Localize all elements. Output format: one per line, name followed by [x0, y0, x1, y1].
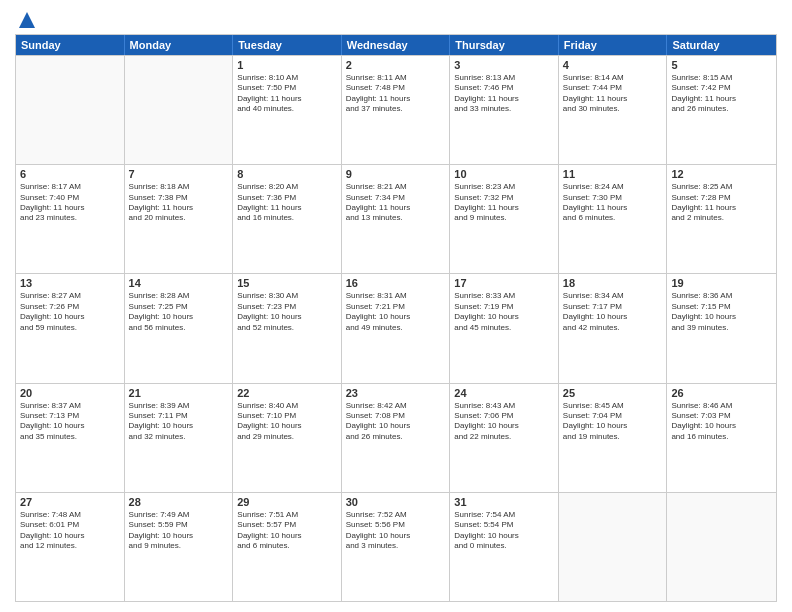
- empty-cell: [667, 493, 776, 601]
- day-info: Sunrise: 7:51 AMSunset: 5:57 PMDaylight:…: [237, 510, 337, 552]
- day-info: Sunrise: 8:27 AMSunset: 7:26 PMDaylight:…: [20, 291, 120, 333]
- day-info: Sunrise: 8:17 AMSunset: 7:40 PMDaylight:…: [20, 182, 120, 224]
- day-number: 16: [346, 277, 446, 289]
- day-number: 4: [563, 59, 663, 71]
- calendar: SundayMondayTuesdayWednesdayThursdayFrid…: [15, 34, 777, 602]
- day-info: Sunrise: 8:11 AMSunset: 7:48 PMDaylight:…: [346, 73, 446, 115]
- day-info: Sunrise: 7:48 AMSunset: 6:01 PMDaylight:…: [20, 510, 120, 552]
- day-info: Sunrise: 8:13 AMSunset: 7:46 PMDaylight:…: [454, 73, 554, 115]
- day-cell-8: 8Sunrise: 8:20 AMSunset: 7:36 PMDaylight…: [233, 165, 342, 273]
- calendar-body: 1Sunrise: 8:10 AMSunset: 7:50 PMDaylight…: [16, 55, 776, 601]
- day-cell-7: 7Sunrise: 8:18 AMSunset: 7:38 PMDaylight…: [125, 165, 234, 273]
- day-info: Sunrise: 8:31 AMSunset: 7:21 PMDaylight:…: [346, 291, 446, 333]
- day-cell-18: 18Sunrise: 8:34 AMSunset: 7:17 PMDayligh…: [559, 274, 668, 382]
- day-info: Sunrise: 8:39 AMSunset: 7:11 PMDaylight:…: [129, 401, 229, 443]
- week-row-3: 13Sunrise: 8:27 AMSunset: 7:26 PMDayligh…: [16, 273, 776, 382]
- day-cell-14: 14Sunrise: 8:28 AMSunset: 7:25 PMDayligh…: [125, 274, 234, 382]
- day-number: 30: [346, 496, 446, 508]
- day-cell-31: 31Sunrise: 7:54 AMSunset: 5:54 PMDayligh…: [450, 493, 559, 601]
- day-cell-24: 24Sunrise: 8:43 AMSunset: 7:06 PMDayligh…: [450, 384, 559, 492]
- day-number: 8: [237, 168, 337, 180]
- day-info: Sunrise: 8:43 AMSunset: 7:06 PMDaylight:…: [454, 401, 554, 443]
- day-number: 11: [563, 168, 663, 180]
- day-info: Sunrise: 7:52 AMSunset: 5:56 PMDaylight:…: [346, 510, 446, 552]
- day-info: Sunrise: 8:14 AMSunset: 7:44 PMDaylight:…: [563, 73, 663, 115]
- day-cell-13: 13Sunrise: 8:27 AMSunset: 7:26 PMDayligh…: [16, 274, 125, 382]
- page: SundayMondayTuesdayWednesdayThursdayFrid…: [0, 0, 792, 612]
- week-row-2: 6Sunrise: 8:17 AMSunset: 7:40 PMDaylight…: [16, 164, 776, 273]
- day-number: 23: [346, 387, 446, 399]
- day-info: Sunrise: 8:40 AMSunset: 7:10 PMDaylight:…: [237, 401, 337, 443]
- day-info: Sunrise: 8:30 AMSunset: 7:23 PMDaylight:…: [237, 291, 337, 333]
- day-number: 26: [671, 387, 772, 399]
- day-cell-25: 25Sunrise: 8:45 AMSunset: 7:04 PMDayligh…: [559, 384, 668, 492]
- day-header-saturday: Saturday: [667, 35, 776, 55]
- svg-marker-0: [19, 12, 35, 28]
- day-info: Sunrise: 8:20 AMSunset: 7:36 PMDaylight:…: [237, 182, 337, 224]
- calendar-header: SundayMondayTuesdayWednesdayThursdayFrid…: [16, 35, 776, 55]
- day-info: Sunrise: 8:23 AMSunset: 7:32 PMDaylight:…: [454, 182, 554, 224]
- day-cell-26: 26Sunrise: 8:46 AMSunset: 7:03 PMDayligh…: [667, 384, 776, 492]
- day-number: 9: [346, 168, 446, 180]
- day-header-sunday: Sunday: [16, 35, 125, 55]
- day-number: 6: [20, 168, 120, 180]
- day-cell-15: 15Sunrise: 8:30 AMSunset: 7:23 PMDayligh…: [233, 274, 342, 382]
- day-header-friday: Friday: [559, 35, 668, 55]
- day-info: Sunrise: 8:21 AMSunset: 7:34 PMDaylight:…: [346, 182, 446, 224]
- day-info: Sunrise: 8:45 AMSunset: 7:04 PMDaylight:…: [563, 401, 663, 443]
- day-cell-19: 19Sunrise: 8:36 AMSunset: 7:15 PMDayligh…: [667, 274, 776, 382]
- day-info: Sunrise: 8:34 AMSunset: 7:17 PMDaylight:…: [563, 291, 663, 333]
- day-number: 12: [671, 168, 772, 180]
- day-cell-10: 10Sunrise: 8:23 AMSunset: 7:32 PMDayligh…: [450, 165, 559, 273]
- day-info: Sunrise: 8:28 AMSunset: 7:25 PMDaylight:…: [129, 291, 229, 333]
- day-cell-23: 23Sunrise: 8:42 AMSunset: 7:08 PMDayligh…: [342, 384, 451, 492]
- day-number: 3: [454, 59, 554, 71]
- day-info: Sunrise: 8:46 AMSunset: 7:03 PMDaylight:…: [671, 401, 772, 443]
- day-number: 19: [671, 277, 772, 289]
- day-number: 18: [563, 277, 663, 289]
- day-number: 13: [20, 277, 120, 289]
- day-info: Sunrise: 8:10 AMSunset: 7:50 PMDaylight:…: [237, 73, 337, 115]
- day-info: Sunrise: 7:54 AMSunset: 5:54 PMDaylight:…: [454, 510, 554, 552]
- day-cell-2: 2Sunrise: 8:11 AMSunset: 7:48 PMDaylight…: [342, 56, 451, 164]
- day-cell-22: 22Sunrise: 8:40 AMSunset: 7:10 PMDayligh…: [233, 384, 342, 492]
- day-cell-16: 16Sunrise: 8:31 AMSunset: 7:21 PMDayligh…: [342, 274, 451, 382]
- day-info: Sunrise: 8:24 AMSunset: 7:30 PMDaylight:…: [563, 182, 663, 224]
- day-number: 28: [129, 496, 229, 508]
- day-number: 27: [20, 496, 120, 508]
- day-number: 22: [237, 387, 337, 399]
- day-cell-12: 12Sunrise: 8:25 AMSunset: 7:28 PMDayligh…: [667, 165, 776, 273]
- day-info: Sunrise: 7:49 AMSunset: 5:59 PMDaylight:…: [129, 510, 229, 552]
- day-cell-27: 27Sunrise: 7:48 AMSunset: 6:01 PMDayligh…: [16, 493, 125, 601]
- day-number: 31: [454, 496, 554, 508]
- week-row-5: 27Sunrise: 7:48 AMSunset: 6:01 PMDayligh…: [16, 492, 776, 601]
- day-number: 15: [237, 277, 337, 289]
- empty-cell: [125, 56, 234, 164]
- day-cell-28: 28Sunrise: 7:49 AMSunset: 5:59 PMDayligh…: [125, 493, 234, 601]
- empty-cell: [559, 493, 668, 601]
- day-info: Sunrise: 8:15 AMSunset: 7:42 PMDaylight:…: [671, 73, 772, 115]
- empty-cell: [16, 56, 125, 164]
- day-number: 17: [454, 277, 554, 289]
- day-number: 7: [129, 168, 229, 180]
- day-info: Sunrise: 8:25 AMSunset: 7:28 PMDaylight:…: [671, 182, 772, 224]
- logo-icon: [17, 10, 37, 30]
- day-info: Sunrise: 8:18 AMSunset: 7:38 PMDaylight:…: [129, 182, 229, 224]
- day-cell-9: 9Sunrise: 8:21 AMSunset: 7:34 PMDaylight…: [342, 165, 451, 273]
- week-row-1: 1Sunrise: 8:10 AMSunset: 7:50 PMDaylight…: [16, 55, 776, 164]
- day-header-tuesday: Tuesday: [233, 35, 342, 55]
- day-info: Sunrise: 8:37 AMSunset: 7:13 PMDaylight:…: [20, 401, 120, 443]
- day-number: 2: [346, 59, 446, 71]
- week-row-4: 20Sunrise: 8:37 AMSunset: 7:13 PMDayligh…: [16, 383, 776, 492]
- day-info: Sunrise: 8:33 AMSunset: 7:19 PMDaylight:…: [454, 291, 554, 333]
- day-cell-30: 30Sunrise: 7:52 AMSunset: 5:56 PMDayligh…: [342, 493, 451, 601]
- day-number: 5: [671, 59, 772, 71]
- day-cell-6: 6Sunrise: 8:17 AMSunset: 7:40 PMDaylight…: [16, 165, 125, 273]
- day-number: 20: [20, 387, 120, 399]
- day-number: 1: [237, 59, 337, 71]
- day-info: Sunrise: 8:42 AMSunset: 7:08 PMDaylight:…: [346, 401, 446, 443]
- day-cell-3: 3Sunrise: 8:13 AMSunset: 7:46 PMDaylight…: [450, 56, 559, 164]
- day-cell-1: 1Sunrise: 8:10 AMSunset: 7:50 PMDaylight…: [233, 56, 342, 164]
- day-number: 10: [454, 168, 554, 180]
- day-cell-5: 5Sunrise: 8:15 AMSunset: 7:42 PMDaylight…: [667, 56, 776, 164]
